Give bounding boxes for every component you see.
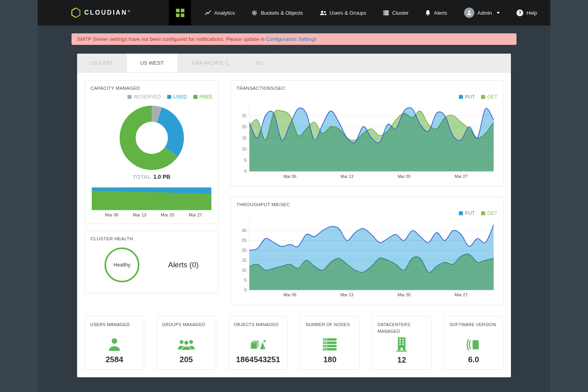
cloudian-logo[interactable]: CLOUDIAN®: [71, 8, 130, 18]
nav-help[interactable]: ? Help: [508, 10, 545, 16]
transactions-card: TRANSACTIONS/SEC PUT GET 0510152025Mar 0…: [230, 80, 503, 187]
svg-text:15: 15: [242, 258, 247, 263]
nav-users-groups[interactable]: Users & Groups: [311, 0, 375, 25]
dashboard-panel: US EAST US WEST ASIA PACIFIC-1 EU CAPACI…: [77, 54, 511, 377]
get-swatch: [481, 95, 485, 99]
nav-cluster[interactable]: Cluster: [375, 0, 417, 25]
stat-value: 180: [306, 355, 354, 364]
reserved-swatch: [128, 95, 132, 99]
stat-value: 6.0: [449, 355, 498, 364]
put-swatch: [459, 211, 463, 215]
banner-message: SMTP Server settings have not been confi…: [77, 36, 266, 42]
svg-text:0: 0: [244, 169, 247, 174]
health-status-badge: Healthy: [104, 247, 139, 282]
svg-text:20: 20: [242, 249, 247, 253]
total-label: TOTAL: [133, 174, 151, 180]
svg-text:5: 5: [244, 158, 247, 162]
nav-label: Users & Groups: [330, 10, 366, 16]
stat-label: DATACENTERS MANAGED: [377, 321, 426, 334]
tab-us-east[interactable]: US EAST: [77, 54, 127, 72]
top-navbar: CLOUDIAN® Analytics Buckets & Objects Us…: [38, 0, 550, 25]
svg-text:25: 25: [242, 239, 247, 243]
caret-down-icon: [497, 12, 500, 14]
cloudian-hexagon-icon: [71, 8, 81, 18]
nav-label: Cluster: [392, 10, 408, 16]
objects-icon: [234, 334, 282, 351]
card-title: CAPACITY MANAGED: [91, 86, 213, 91]
tab-eu[interactable]: EU: [242, 54, 277, 72]
cluster-health-card: CLUSTER HEALTH Healthy Alerts (0): [85, 231, 219, 294]
legend-label: USED: [173, 94, 187, 100]
help-icon: ?: [516, 10, 523, 16]
legend-label: FREE: [199, 94, 213, 100]
datacenter-icon: [377, 334, 426, 352]
svg-text:Mar 20: Mar 20: [398, 293, 411, 297]
user-icon: [90, 334, 139, 351]
nav-alerts[interactable]: Alerts: [417, 0, 455, 25]
region-tabs: US EAST US WEST ASIA PACIFIC-1 EU: [77, 54, 511, 73]
stat-users-managed: USERS MANAGED 2584: [85, 316, 144, 370]
svg-text:Mar 20: Mar 20: [398, 174, 411, 179]
total-value: 1.0 PB: [153, 174, 170, 180]
legend-label: PUT: [465, 94, 475, 100]
svg-text:15: 15: [242, 136, 247, 140]
svg-text:Mar 20: Mar 20: [161, 212, 174, 217]
health-status-text: Healthy: [114, 262, 130, 268]
admin-label: Admin: [478, 10, 492, 16]
svg-text:Mar 06: Mar 06: [105, 212, 118, 217]
tab-us-west[interactable]: US WEST: [127, 54, 178, 72]
legend-label: PUT: [465, 210, 475, 216]
brand-text: CLOUDIAN: [84, 9, 127, 16]
capacity-donut-chart: [118, 104, 186, 172]
stat-value: 12: [377, 355, 426, 365]
nav-label: Analytics: [214, 10, 235, 16]
stat-objects-managed: OBJECTS MANAGED 1864543251: [228, 316, 288, 370]
nav-right: Admin ? Help: [456, 8, 546, 18]
nav-label: Buckets & Objects: [261, 10, 303, 16]
chart-legend: PUT GET: [236, 210, 497, 216]
stat-label: SOFTWARE VERSION: [449, 321, 498, 334]
stat-value: 1864543251: [234, 355, 282, 364]
nav-buckets-objects[interactable]: Buckets & Objects: [243, 0, 311, 25]
nav-dashboard[interactable]: [169, 0, 191, 25]
chart-legend: PUT GET: [236, 94, 497, 100]
tab-asia-pacific-1[interactable]: ASIA PACIFIC-1: [178, 54, 242, 72]
nav-analytics[interactable]: Analytics: [197, 0, 243, 25]
svg-text:10: 10: [242, 147, 247, 151]
svg-text:0: 0: [244, 288, 247, 292]
stat-groups-managed: GROUPS MANAGED 205: [157, 316, 216, 370]
legend-label: RESERVED: [133, 94, 161, 100]
nav-items: Analytics Buckets & Objects Users & Grou…: [169, 0, 455, 25]
dashboard-content: CAPACITY MANAGED RESERVED USED FREE TOTA…: [77, 73, 511, 377]
version-icon: [449, 334, 498, 351]
svg-text:25: 25: [242, 114, 247, 118]
legend-label: GET: [487, 94, 497, 100]
nodes-icon: [306, 334, 354, 351]
users-icon: [320, 10, 327, 15]
card-title: THROUGHPUT MB/SEC: [236, 202, 497, 207]
svg-text:10: 10: [242, 268, 247, 272]
svg-text:Mar 27: Mar 27: [455, 174, 468, 179]
throughput-chart: 051015202530Mar 06Mar 13Mar 20Mar 27: [236, 218, 497, 300]
cluster-icon: [383, 10, 389, 15]
free-swatch: [193, 95, 197, 99]
stat-label: GROUPS MANAGED: [162, 321, 211, 334]
svg-text:20: 20: [242, 125, 247, 129]
svg-text:Mar 13: Mar 13: [340, 174, 354, 179]
stat-datacenters-managed: DATACENTERS MANAGED 12: [372, 316, 431, 370]
configuration-settings-link[interactable]: Configuration Settings: [266, 36, 317, 42]
stat-label: USERS MANAGED: [90, 321, 139, 334]
stat-software-version: SOFTWARE VERSION 6.0: [444, 316, 503, 370]
group-icon: [162, 334, 211, 351]
app-window: CLOUDIAN® Analytics Buckets & Objects Us…: [38, 0, 550, 392]
svg-text:Mar 13: Mar 13: [133, 212, 147, 217]
admin-menu[interactable]: Admin: [456, 8, 509, 18]
svg-text:Mar 27: Mar 27: [189, 212, 202, 217]
svg-text:Mar 13: Mar 13: [340, 293, 354, 297]
bell-icon: [425, 10, 431, 16]
card-title: TRANSACTIONS/SEC: [236, 86, 497, 91]
dashboard-grid-icon: [176, 9, 184, 17]
registered-mark: ®: [128, 10, 130, 13]
gear-icon: [251, 10, 257, 16]
stat-value: 2584: [90, 355, 139, 364]
